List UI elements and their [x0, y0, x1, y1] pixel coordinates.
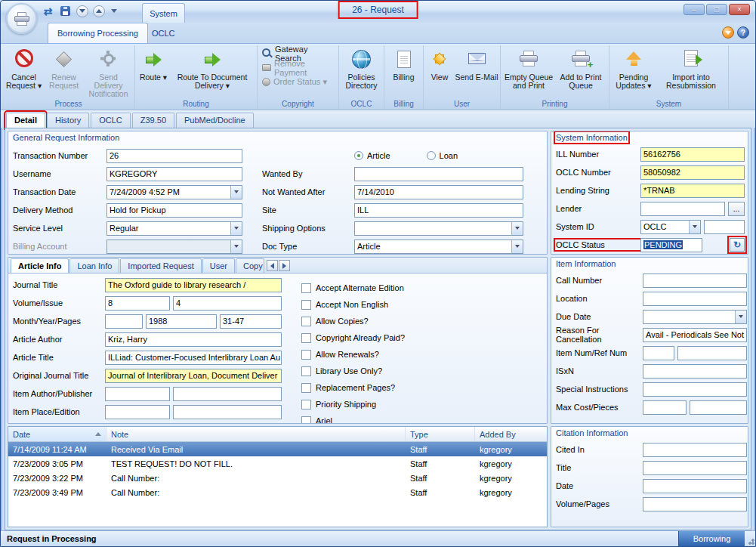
service-level-select[interactable]: Regular: [106, 221, 242, 236]
radio-loan-icon[interactable]: [427, 151, 436, 160]
tab-oclc[interactable]: OCLC: [91, 113, 131, 128]
checkbox-priority-shipping[interactable]: Priority Shipping: [301, 396, 547, 413]
oclc-status-input[interactable]: PENDING: [640, 238, 702, 252]
table-row[interactable]: 7/23/2009 3:22 PM Call Number: Staff kgr…: [8, 471, 547, 485]
tab-history[interactable]: History: [47, 113, 89, 128]
wanted-by-input[interactable]: [354, 167, 523, 181]
doc-type-select[interactable]: Article: [354, 240, 523, 254]
item-edition-input[interactable]: [173, 405, 282, 419]
max-cost-input[interactable]: [643, 400, 687, 415]
chevron-down-icon[interactable]: [689, 221, 700, 233]
original-journal-title-input[interactable]: Journal of Interlibrary Loan, Document D…: [105, 369, 282, 383]
resize-grip[interactable]: [745, 531, 755, 546]
lending-string-input[interactable]: *TRNAB: [640, 184, 745, 198]
cancel-request-button[interactable]: Cancel Request ▾: [4, 46, 44, 99]
transaction-number-input[interactable]: 26: [106, 149, 242, 163]
chevron-down-icon[interactable]: [511, 240, 523, 253]
maximize-button[interactable]: □: [706, 4, 727, 15]
article-author-input[interactable]: Kriz, Harry: [105, 332, 282, 347]
tab-detail[interactable]: Detail: [6, 113, 45, 128]
oclc-status-refresh-button[interactable]: ↻: [730, 238, 745, 252]
due-date-select[interactable]: [643, 310, 747, 324]
transaction-date-select[interactable]: 7/24/2009 4:52 PM: [106, 185, 242, 199]
column-header-date[interactable]: Date: [8, 427, 106, 441]
not-wanted-after-input[interactable]: 7/14/2010: [354, 185, 523, 199]
shipping-options-select[interactable]: [354, 221, 523, 236]
checkbox-box[interactable]: [301, 350, 311, 360]
checkbox-box[interactable]: [301, 283, 311, 293]
policies-directory-button[interactable]: Policies Directory: [341, 46, 382, 99]
table-row[interactable]: 7/14/2009 11:24 AM Received Via Email St…: [8, 442, 547, 456]
item-publisher-input[interactable]: [173, 387, 282, 401]
article-title-input[interactable]: ILLiad: Customer-Focused Interlibrary Lo…: [105, 351, 282, 365]
column-header-type[interactable]: Type: [406, 427, 475, 441]
empty-queue-and-print-button[interactable]: Empty Queue and Print: [503, 46, 554, 99]
tab-imported-request[interactable]: Imported Request: [120, 258, 201, 273]
lender-browse-button[interactable]: ...: [728, 202, 745, 216]
close-button[interactable]: ×: [729, 4, 750, 15]
route-button[interactable]: Route ▾: [137, 46, 169, 99]
next-request-button[interactable]: [93, 5, 105, 17]
tab-z3950[interactable]: Z39.50: [132, 113, 174, 128]
application-menu-button[interactable]: [6, 3, 37, 34]
cited-in-input[interactable]: [643, 443, 747, 457]
column-header-added-by[interactable]: Added By: [475, 427, 547, 441]
checkbox-box[interactable]: [301, 400, 311, 409]
item-author-input[interactable]: [105, 387, 170, 401]
checkbox-copyright-already-paid[interactable]: Copyright Already Paid?: [301, 329, 547, 346]
renew-request-button[interactable]: Renew Request: [45, 46, 83, 99]
username-input[interactable]: KGREGORY: [106, 167, 242, 181]
scroll-right-button[interactable]: [279, 260, 290, 271]
billing-button[interactable]: Billing: [387, 46, 421, 99]
remove-payment-button[interactable]: Remove Payment: [259, 60, 337, 75]
checkbox-box[interactable]: [301, 366, 311, 376]
ill-number-input[interactable]: 56162756: [640, 147, 745, 162]
item-num-input[interactable]: [643, 346, 674, 360]
pieces-input[interactable]: [690, 400, 747, 415]
billing-account-select[interactable]: [106, 240, 242, 254]
minimize-button[interactable]: –: [683, 4, 705, 15]
isxn-input[interactable]: [643, 364, 747, 379]
chevron-down-icon[interactable]: [735, 311, 746, 323]
route-to-document-delivery-button[interactable]: Route To Document Delivery ▾: [170, 46, 255, 99]
location-input[interactable]: [643, 292, 747, 306]
system-id-extra-input[interactable]: [704, 220, 745, 234]
updates-available-icon[interactable]: [722, 26, 734, 39]
ref-num-input[interactable]: [677, 346, 747, 360]
lender-input[interactable]: [640, 202, 725, 216]
system-id-select[interactable]: OCLC: [640, 220, 701, 234]
oclc-number-input[interactable]: 58050982: [640, 165, 745, 180]
item-place-input[interactable]: [105, 405, 170, 419]
checkbox-box[interactable]: [301, 383, 311, 393]
scroll-left-button[interactable]: [267, 260, 278, 271]
pending-updates-button[interactable]: Pending Updates ▾: [612, 46, 656, 99]
add-to-print-queue-button[interactable]: + Add to Print Queue: [555, 46, 606, 99]
radio-article-icon[interactable]: [354, 151, 363, 160]
radio-loan[interactable]: Loan: [427, 151, 458, 160]
issue-input[interactable]: 4: [173, 296, 282, 311]
checkbox-accept-non-english[interactable]: Accept Non English: [301, 296, 547, 313]
delivery-method-input[interactable]: Hold for Pickup: [106, 203, 242, 218]
import-into-resubmission-button[interactable]: Import into Resubmission: [656, 46, 726, 99]
send-email-button[interactable]: Send E-Mail: [455, 46, 498, 99]
checkbox-box[interactable]: [301, 300, 311, 310]
reason-for-cancellation-input[interactable]: Avail - Periodicals See Not: [643, 328, 747, 342]
journal-title-input[interactable]: The Oxford guide to library research /: [105, 278, 282, 292]
checkbox-box[interactable]: [301, 333, 311, 343]
checkbox-allow-copies[interactable]: Allow Copies?: [301, 313, 547, 329]
table-row[interactable]: 7/23/2009 3:05 PM TEST REQUEST! DO NOT F…: [8, 456, 547, 471]
checkbox-box[interactable]: [301, 416, 311, 425]
chevron-down-icon[interactable]: [511, 222, 523, 235]
tab-copy[interactable]: Copy: [236, 258, 264, 273]
special-instructions-input[interactable]: [643, 382, 747, 397]
citation-volume-pages-input[interactable]: [643, 497, 747, 511]
checkbox-ariel[interactable]: Ariel: [301, 413, 547, 424]
refresh-request-button[interactable]: ⇄: [42, 5, 54, 17]
ribbon-tab-system[interactable]: System: [142, 3, 185, 23]
ribbon-tab-borrowing-processing[interactable]: Borrowing Processing: [48, 23, 148, 43]
month-input[interactable]: [105, 314, 143, 329]
checkbox-replacement-pages[interactable]: Replacement Pages?: [301, 379, 547, 396]
table-row[interactable]: 7/23/2009 3:49 PM Call Number: Staff kgr…: [8, 485, 547, 499]
checkbox-box[interactable]: [301, 317, 311, 326]
qat-customize-caret-icon[interactable]: [111, 9, 117, 13]
